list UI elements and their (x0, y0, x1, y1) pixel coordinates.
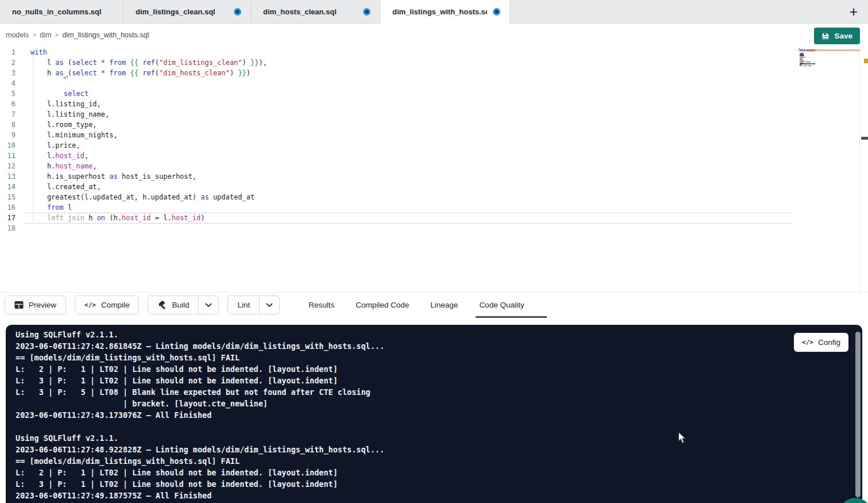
save-label: Save (834, 32, 852, 40)
chevron-down-icon (266, 303, 273, 308)
config-label: Config (818, 338, 840, 347)
breadcrumb-separator-icon: > (32, 31, 36, 39)
line-number: 13 (0, 171, 16, 182)
line-number: 17 (0, 213, 16, 223)
panel-tab-code-quality[interactable]: Code Quality (478, 293, 525, 318)
line-number: 6 (0, 99, 16, 109)
code-line[interactable]: l.listing_name, (30, 109, 267, 120)
chevron-down-icon (205, 303, 212, 308)
editor-tab-bar: no_nulls_in_columns.sqldim_listings_clea… (0, 0, 868, 24)
code-line[interactable]: l.created_at, (30, 182, 267, 192)
code-pane: with l as (select * from {{ ref("dim_lis… (30, 47, 267, 233)
code-line[interactable]: select (30, 89, 267, 99)
editor-tab[interactable]: dim_hosts_clean.sql (251, 0, 380, 23)
code-line[interactable] (30, 78, 267, 89)
line-number: 5 (0, 89, 16, 99)
breadcrumb-item[interactable]: dim (40, 31, 51, 39)
unsaved-changes-dot-icon (363, 8, 371, 16)
line-number: 8 (0, 120, 16, 130)
hammer-icon (157, 301, 167, 310)
line-number: 18 (0, 223, 16, 233)
line-number: 11 (0, 151, 16, 161)
code-line[interactable]: left join h on (h.host_id = l.host_id) (30, 213, 267, 223)
panel-tab-lineage[interactable]: Lineage (429, 293, 459, 318)
line-number: 7 (0, 109, 16, 120)
editor-tab[interactable]: dim_listings_with_hosts.sql (380, 0, 510, 24)
code-line[interactable]: l as (select * from {{ ref("dim_listings… (30, 57, 267, 68)
line-number: 2 (0, 57, 16, 68)
build-label: Build (172, 301, 189, 309)
save-button[interactable]: Save (814, 28, 860, 44)
terminal-output: Using SQLFluff v2.1.1. 2023-06-06T11:27:… (6, 325, 862, 501)
code-line[interactable]: h.host_name, (30, 161, 267, 171)
compile-label: Compile (101, 301, 130, 309)
panel-tab-results[interactable]: Results (307, 293, 335, 318)
code-line[interactable]: from l (30, 202, 267, 213)
build-dropdown-button[interactable] (199, 295, 219, 314)
editor-tab[interactable]: no_nulls_in_columns.sql (0, 0, 124, 23)
line-number: 3 (0, 68, 16, 78)
line-number-gutter: 123456789101112131415161718 (0, 47, 16, 233)
code-editor[interactable]: 123456789101112131415161718 with l as (s… (0, 46, 868, 292)
line-number: 12 (0, 161, 16, 171)
lint-button[interactable]: Lint (227, 295, 260, 314)
code-line[interactable]: h.is_superhost as host_is_superhost, (30, 171, 267, 182)
code-line[interactable]: l.minimum_nights, (30, 130, 267, 140)
code-line[interactable]: h as (select * from {{ ref("dim_hosts_cl… (30, 68, 267, 78)
breadcrumb-item[interactable]: models (6, 31, 29, 39)
line-number: 16 (0, 202, 16, 213)
build-button[interactable]: Build (148, 295, 199, 314)
terminal-panel[interactable]: Using SQLFluff v2.1.1. 2023-06-06T11:27:… (6, 325, 862, 503)
code-brackets-icon: </> (84, 301, 96, 309)
overview-ruler-warning-marker (864, 59, 868, 63)
save-floppy-icon (821, 32, 830, 40)
code-line[interactable]: l.room_type, (30, 120, 267, 130)
tab-label: dim_listings_clean.sql (136, 7, 228, 16)
unsaved-changes-dot-icon (234, 8, 241, 16)
preview-label: Preview (29, 301, 56, 309)
terminal-scrollbar[interactable] (855, 332, 861, 497)
breadcrumb: models>dim>dim_listings_with_hosts.sql (6, 31, 149, 39)
unsaved-changes-dot-icon (493, 8, 500, 16)
tab-label: dim_hosts_clean.sql (263, 7, 357, 16)
code-line[interactable] (30, 223, 267, 233)
line-number: 10 (0, 140, 16, 151)
tab-label: dim_listings_with_hosts.sql (392, 7, 487, 16)
line-number: 14 (0, 182, 16, 192)
result-panel-tabs: ResultsCompiled CodeLineageCode Quality (307, 293, 525, 318)
compile-button[interactable]: </> Compile (75, 295, 139, 314)
breadcrumb-separator-icon: > (55, 31, 59, 39)
lint-dropdown-button[interactable] (260, 295, 280, 314)
breadcrumb-item[interactable]: dim_listings_with_hosts.sql (62, 31, 149, 39)
preview-button[interactable]: Preview (5, 295, 66, 314)
code-line[interactable]: l.host_id, (30, 151, 267, 161)
minimap-line (798, 67, 840, 68)
build-button-group: Build (148, 295, 219, 314)
code-brackets-icon: </> (802, 339, 813, 346)
code-line[interactable]: l.price, (30, 140, 267, 151)
action-toolbar: Preview </> Compile Build Lint (0, 292, 868, 317)
overview-ruler-scroll-marker[interactable] (861, 137, 868, 140)
lint-button-group: Lint (227, 295, 280, 314)
minimap[interactable] (798, 48, 840, 68)
panel-tab-compiled-code[interactable]: Compiled Code (354, 293, 410, 318)
line-number: 4 (0, 78, 16, 89)
mouse-cursor (678, 432, 686, 446)
line-number: 9 (0, 130, 16, 140)
file-header-row: models>dim>dim_listings_with_hosts.sql S… (0, 24, 868, 46)
code-line[interactable]: greatest(l.updated_at, h.updated_at) as … (30, 192, 267, 202)
tab-label: no_nulls_in_columns.sql (12, 7, 114, 16)
editor-tab[interactable]: dim_listings_clean.sql (124, 0, 251, 23)
preview-table-icon (14, 301, 24, 309)
code-line[interactable]: with (30, 47, 267, 57)
line-number: 1 (0, 47, 16, 57)
scrollbar-column-divider (859, 46, 860, 292)
code-line[interactable]: l.listing_id, (30, 99, 267, 109)
new-tab-button[interactable]: + (846, 3, 861, 20)
lint-label: Lint (237, 301, 250, 309)
config-button[interactable]: </> Config (794, 333, 848, 352)
dbt-cloud-ide: { "tab_bar": { "new_tab_glyph": "+", "ta… (0, 0, 868, 503)
line-number: 15 (0, 192, 16, 202)
